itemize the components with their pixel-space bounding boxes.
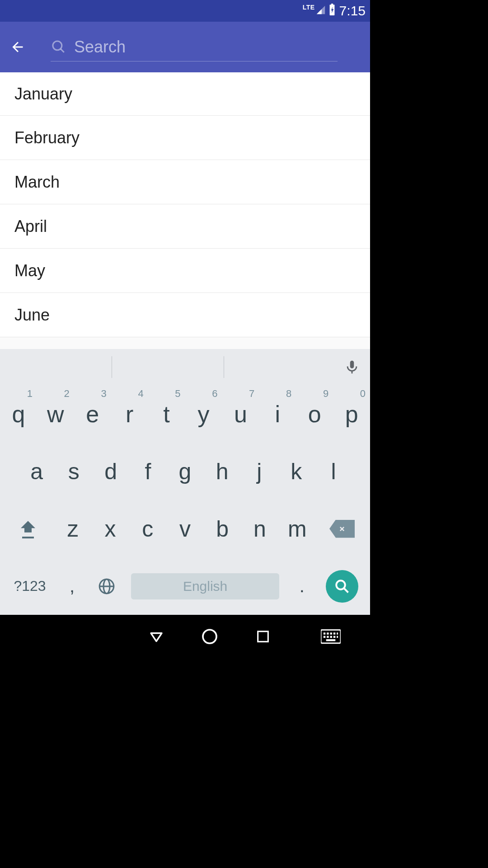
key-label: z	[67, 516, 79, 542]
key-c[interactable]: c	[129, 500, 166, 557]
square-icon	[255, 629, 271, 644]
list-item[interactable]: March	[0, 160, 370, 204]
nav-recent-button[interactable]	[249, 623, 277, 650]
nav-ime-button[interactable]	[321, 623, 341, 650]
svg-rect-23	[333, 636, 335, 638]
search-action-key[interactable]	[318, 570, 366, 603]
list-item-label: April	[14, 217, 47, 236]
key-label: j	[257, 458, 262, 485]
backspace-key[interactable]	[316, 500, 368, 557]
key-label: .	[300, 576, 305, 596]
space-bar: English	[131, 573, 279, 599]
key-label: x	[104, 516, 116, 542]
period-key[interactable]: .	[286, 576, 318, 596]
key-hint: 3	[101, 388, 106, 400]
key-label: m	[288, 516, 307, 542]
key-g[interactable]: g	[166, 443, 203, 500]
search-toolbar	[0, 22, 370, 72]
key-p[interactable]: 0p	[333, 385, 370, 443]
key-w[interactable]: 2w	[37, 385, 74, 443]
svg-line-11	[344, 588, 348, 592]
list-item[interactable]: May	[0, 249, 370, 293]
key-hint: 4	[138, 388, 143, 400]
keyboard-icon	[321, 629, 341, 644]
key-t[interactable]: 5t	[148, 385, 185, 443]
key-hint: 1	[27, 388, 33, 400]
svg-rect-1	[331, 4, 333, 5]
key-q[interactable]: 1q	[0, 385, 37, 443]
key-z[interactable]: z	[54, 500, 92, 557]
key-label: g	[179, 458, 192, 485]
key-label: y	[197, 401, 209, 428]
key-label: q	[12, 401, 25, 428]
nav-home-button[interactable]	[196, 623, 223, 650]
symbols-key[interactable]: ?123	[4, 578, 56, 594]
key-n[interactable]: n	[241, 500, 279, 557]
key-r[interactable]: 4r	[111, 385, 148, 443]
svg-rect-13	[258, 632, 268, 642]
key-row: 1q 2w 3e 4r 5t 6y 7u 8i 9o 0p	[0, 385, 370, 443]
key-f[interactable]: f	[129, 443, 166, 500]
circle-icon	[201, 627, 219, 646]
svg-rect-25	[326, 639, 336, 641]
svg-rect-19	[337, 632, 338, 634]
key-a[interactable]: a	[18, 443, 55, 500]
key-hint: 7	[249, 388, 254, 400]
key-x[interactable]: x	[92, 500, 129, 557]
list-item[interactable]: February	[0, 116, 370, 160]
backspace-icon	[329, 520, 355, 538]
key-u[interactable]: 7u	[222, 385, 259, 443]
search-icon	[334, 578, 350, 594]
key-label: w	[47, 401, 64, 428]
key-hint: 9	[323, 388, 328, 400]
svg-rect-21	[327, 636, 328, 638]
list-item-label: May	[14, 261, 45, 280]
space-key[interactable]: English	[125, 573, 286, 599]
svg-rect-24	[337, 636, 338, 638]
key-label: n	[253, 516, 266, 542]
list-item[interactable]: June	[0, 293, 370, 337]
separator	[112, 356, 112, 378]
search-icon	[51, 39, 67, 55]
key-row: z x c v b n m	[0, 500, 370, 557]
separator	[224, 356, 224, 378]
key-row: a s d f g h j k l	[0, 443, 370, 500]
svg-rect-17	[330, 632, 332, 634]
results-list[interactable]: January February March April May June	[0, 72, 370, 349]
key-d[interactable]: d	[92, 443, 129, 500]
key-label: t	[163, 401, 169, 428]
shift-icon	[19, 519, 37, 534]
key-b[interactable]: b	[204, 500, 241, 557]
key-s[interactable]: s	[55, 443, 92, 500]
key-y[interactable]: 6y	[185, 385, 222, 443]
key-label: h	[216, 458, 229, 485]
mic-button[interactable]	[336, 351, 368, 383]
comma-key[interactable]: ,	[56, 576, 88, 596]
shift-key[interactable]	[2, 500, 54, 557]
key-label: f	[145, 458, 151, 485]
search-input[interactable]	[74, 38, 338, 57]
key-k[interactable]: k	[278, 443, 315, 500]
nav-back-button[interactable]	[143, 623, 170, 650]
key-j[interactable]: j	[241, 443, 278, 500]
key-v[interactable]: v	[166, 500, 204, 557]
language-key[interactable]	[88, 577, 124, 596]
key-label: ,	[70, 576, 75, 596]
key-m[interactable]: m	[278, 500, 316, 557]
key-l[interactable]: l	[315, 443, 352, 500]
battery-icon	[328, 4, 336, 19]
svg-rect-18	[333, 632, 335, 634]
key-label: v	[179, 516, 191, 542]
list-item[interactable]: April	[0, 204, 370, 249]
list-item[interactable]: January	[0, 72, 370, 116]
key-o[interactable]: 9o	[296, 385, 333, 443]
key-label: p	[345, 401, 358, 428]
back-button[interactable]	[5, 34, 31, 60]
space-label: English	[183, 579, 227, 594]
key-h[interactable]: h	[204, 443, 241, 500]
key-e[interactable]: 3e	[74, 385, 111, 443]
key-i[interactable]: 8i	[259, 385, 296, 443]
key-hint: 2	[64, 388, 70, 400]
svg-rect-15	[324, 632, 325, 634]
search-field-wrap[interactable]	[51, 33, 338, 61]
